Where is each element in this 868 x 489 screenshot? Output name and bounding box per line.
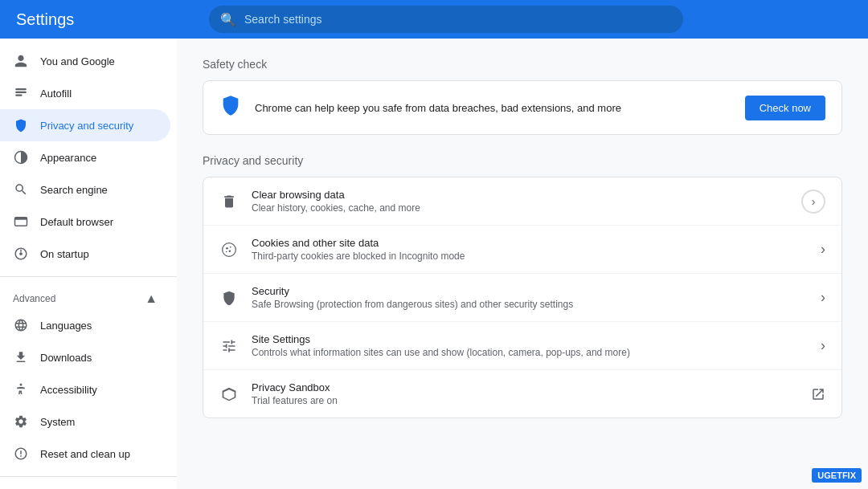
svg-rect-5	[15, 218, 27, 220]
svg-rect-2	[15, 95, 22, 96]
safety-description: Chrome can help keep you safe from data …	[255, 102, 621, 114]
sidebar-item-downloads[interactable]: Downloads	[0, 341, 170, 373]
site-settings-content: Site Settings Controls what information …	[252, 333, 808, 358]
sidebar-label-privacy: Privacy and security	[40, 120, 133, 132]
shield-icon	[13, 117, 29, 133]
reset-icon	[13, 446, 29, 462]
search-engine-icon	[13, 181, 29, 198]
privacy-sandbox-content: Privacy Sandbox Trial features are on	[252, 381, 798, 406]
svg-point-9	[223, 242, 236, 256]
sidebar-label-system: System	[40, 416, 75, 428]
cookies-title: Cookies and other site data	[252, 237, 808, 249]
settings-row-clear-browsing[interactable]: Clear browsing data Clear history, cooki…	[203, 177, 841, 226]
startup-icon	[13, 246, 29, 262]
privacy-sandbox-subtitle: Trial features are on	[252, 395, 798, 406]
privacy-section-title: Privacy and security	[203, 154, 842, 167]
safety-check-section-title: Safety check	[203, 58, 842, 71]
sidebar-item-default-browser[interactable]: Default browser	[0, 206, 170, 238]
sidebar-item-autofill[interactable]: Autofill	[0, 77, 170, 109]
main-layout: You and Google Autofill Privacy and secu…	[0, 39, 868, 489]
settings-row-site-settings[interactable]: Site Settings Controls what information …	[203, 322, 841, 370]
sidebar: You and Google Autofill Privacy and secu…	[0, 39, 177, 489]
circle-arrow-icon: ›	[801, 189, 825, 214]
languages-icon	[13, 317, 29, 333]
security-action: ›	[821, 289, 825, 306]
privacy-sandbox-title: Privacy Sandbox	[252, 381, 798, 393]
sidebar-item-you-and-google[interactable]: You and Google	[0, 45, 170, 77]
sidebar-label-languages: Languages	[40, 320, 92, 332]
svg-point-12	[229, 250, 231, 252]
top-bar: Settings 🔍	[0, 0, 868, 39]
privacy-settings-list: Clear browsing data Clear history, cooki…	[203, 177, 842, 418]
sidebar-item-on-startup[interactable]: On startup	[0, 238, 170, 270]
privacy-sandbox-icon	[219, 385, 239, 404]
sidebar-label-default-browser: Default browser	[40, 216, 113, 228]
svg-rect-0	[15, 88, 27, 90]
person-icon	[13, 53, 29, 69]
svg-point-13	[226, 251, 227, 252]
site-settings-icon	[219, 336, 239, 356]
sidebar-item-reset[interactable]: Reset and clean up	[0, 438, 170, 470]
safety-check-card: Chrome can help keep you safe from data …	[203, 80, 842, 135]
downloads-icon	[13, 349, 29, 365]
settings-row-privacy-sandbox[interactable]: Privacy Sandbox Trial features are on	[203, 370, 841, 418]
sidebar-label-appearance: Appearance	[40, 152, 96, 164]
sidebar-label-autofill: Autofill	[40, 88, 72, 100]
sidebar-label-you-and-google: You and Google	[40, 55, 115, 67]
safety-shield-icon	[219, 94, 242, 121]
search-icon: 🔍	[220, 12, 236, 27]
cookies-subtitle: Third-party cookies are blocked in Incog…	[252, 251, 808, 262]
browser-icon	[13, 214, 29, 230]
site-settings-title: Site Settings	[252, 333, 808, 345]
settings-row-cookies[interactable]: Cookies and other site data Third-party …	[203, 226, 841, 274]
safety-card-left: Chrome can help keep you safe from data …	[219, 94, 621, 121]
sidebar-item-appearance[interactable]: Appearance	[0, 141, 170, 173]
check-now-button[interactable]: Check now	[745, 96, 825, 120]
cookies-action: ›	[821, 241, 825, 258]
advanced-label: Advanced	[13, 293, 55, 304]
autofill-icon	[13, 85, 29, 101]
settings-title: Settings	[16, 10, 193, 29]
search-input[interactable]	[244, 13, 672, 26]
sidebar-item-accessibility[interactable]: Accessibility	[0, 373, 170, 405]
settings-row-security[interactable]: Security Safe Browsing (protection from …	[203, 274, 841, 322]
search-bar[interactable]: 🔍	[209, 6, 683, 33]
sidebar-label-search-engine: Search engine	[40, 184, 108, 196]
sidebar-label-downloads: Downloads	[40, 352, 92, 364]
trash-icon	[219, 192, 239, 211]
advanced-section-header[interactable]: Advanced ▲	[0, 283, 170, 309]
sidebar-divider	[0, 276, 177, 277]
svg-point-6	[19, 252, 23, 255]
sidebar-label-reset: Reset and clean up	[40, 448, 130, 460]
sidebar-item-extensions[interactable]: Extensions ⧉	[0, 483, 170, 489]
sidebar-item-search-engine[interactable]: Search engine	[0, 173, 170, 206]
sidebar-divider-2	[0, 476, 177, 477]
svg-rect-1	[15, 92, 27, 93]
sidebar-item-system[interactable]: System	[0, 405, 170, 438]
security-subtitle: Safe Browsing (protection from dangerous…	[252, 299, 808, 310]
chevron-up-icon: ▲	[145, 291, 158, 306]
site-settings-subtitle: Controls what information sites can use …	[252, 347, 808, 358]
content-area: Safety check Chrome can help keep you sa…	[177, 39, 868, 489]
clear-browsing-subtitle: Clear history, cookies, cache, and more	[252, 202, 788, 214]
svg-point-8	[20, 384, 23, 386]
sidebar-item-languages[interactable]: Languages	[0, 309, 170, 341]
security-content: Security Safe Browsing (protection from …	[252, 285, 808, 310]
clear-browsing-title: Clear browsing data	[252, 189, 788, 201]
cookies-content: Cookies and other site data Third-party …	[252, 237, 808, 262]
svg-point-10	[226, 247, 228, 250]
site-settings-action: ›	[821, 337, 825, 354]
sidebar-item-privacy-and-security[interactable]: Privacy and security	[0, 109, 170, 141]
sidebar-label-accessibility: Accessibility	[40, 384, 97, 396]
security-title: Security	[252, 285, 808, 297]
clear-browsing-content: Clear browsing data Clear history, cooki…	[252, 189, 788, 214]
sidebar-label-on-startup: On startup	[40, 248, 89, 260]
clear-browsing-action: ›	[801, 189, 825, 214]
svg-point-11	[230, 246, 231, 247]
security-icon	[219, 288, 239, 308]
watermark: UGETFIX	[812, 468, 862, 483]
external-link-action	[811, 387, 825, 401]
accessibility-icon	[13, 381, 29, 397]
appearance-icon	[13, 149, 29, 165]
cookies-icon	[219, 240, 239, 259]
